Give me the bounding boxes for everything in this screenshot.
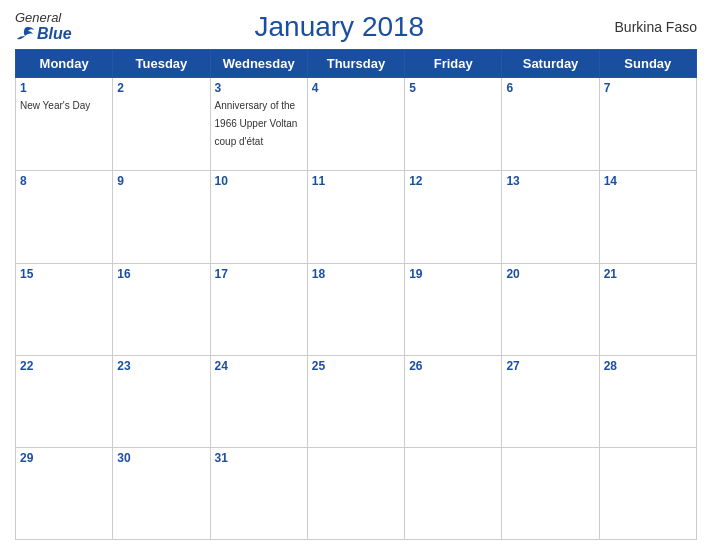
- table-row: 30: [113, 447, 210, 539]
- day-number: 26: [409, 359, 497, 373]
- event-text: New Year's Day: [20, 100, 90, 111]
- table-row: 7: [599, 78, 696, 171]
- day-number: 4: [312, 81, 400, 95]
- logo-bird-icon: [15, 26, 35, 42]
- header-friday: Friday: [405, 50, 502, 78]
- table-row: 22: [16, 355, 113, 447]
- day-number: 13: [506, 174, 594, 188]
- calendar-week-row: 22232425262728: [16, 355, 697, 447]
- header-monday: Monday: [16, 50, 113, 78]
- header-tuesday: Tuesday: [113, 50, 210, 78]
- country-label: Burkina Faso: [607, 19, 697, 35]
- header-thursday: Thursday: [307, 50, 404, 78]
- table-row: 24: [210, 355, 307, 447]
- table-row: 9: [113, 171, 210, 263]
- logo-general-text: General: [15, 10, 61, 25]
- day-number: 17: [215, 267, 303, 281]
- day-number: 11: [312, 174, 400, 188]
- table-row: 14: [599, 171, 696, 263]
- day-number: 16: [117, 267, 205, 281]
- day-number: 10: [215, 174, 303, 188]
- day-number: 23: [117, 359, 205, 373]
- table-row: 27: [502, 355, 599, 447]
- day-number: 18: [312, 267, 400, 281]
- table-row: 16: [113, 263, 210, 355]
- calendar-week-row: 293031: [16, 447, 697, 539]
- table-row: 3Anniversary of the 1966 Upper Voltan co…: [210, 78, 307, 171]
- table-row: 4: [307, 78, 404, 171]
- table-row: 31: [210, 447, 307, 539]
- day-number: 6: [506, 81, 594, 95]
- day-number: 2: [117, 81, 205, 95]
- day-number: 7: [604, 81, 692, 95]
- table-row: [307, 447, 404, 539]
- table-row: 29: [16, 447, 113, 539]
- day-number: 28: [604, 359, 692, 373]
- header-sunday: Sunday: [599, 50, 696, 78]
- table-row: 13: [502, 171, 599, 263]
- days-header-row: Monday Tuesday Wednesday Thursday Friday…: [16, 50, 697, 78]
- calendar-title: January 2018: [72, 11, 607, 43]
- calendar-week-row: 1New Year's Day23Anniversary of the 1966…: [16, 78, 697, 171]
- day-number: 14: [604, 174, 692, 188]
- table-row: 5: [405, 78, 502, 171]
- day-number: 31: [215, 451, 303, 465]
- header: General Blue January 2018 Burkina Faso: [15, 10, 697, 43]
- day-number: 12: [409, 174, 497, 188]
- header-wednesday: Wednesday: [210, 50, 307, 78]
- table-row: 1New Year's Day: [16, 78, 113, 171]
- day-number: 1: [20, 81, 108, 95]
- table-row: 18: [307, 263, 404, 355]
- table-row: 20: [502, 263, 599, 355]
- calendar-week-row: 891011121314: [16, 171, 697, 263]
- table-row: 8: [16, 171, 113, 263]
- day-number: 8: [20, 174, 108, 188]
- day-number: 29: [20, 451, 108, 465]
- table-row: 23: [113, 355, 210, 447]
- calendar-week-row: 15161718192021: [16, 263, 697, 355]
- day-number: 19: [409, 267, 497, 281]
- table-row: 12: [405, 171, 502, 263]
- table-row: [502, 447, 599, 539]
- table-row: [599, 447, 696, 539]
- day-number: 15: [20, 267, 108, 281]
- event-text: Anniversary of the 1966 Upper Voltan cou…: [215, 100, 298, 147]
- day-number: 30: [117, 451, 205, 465]
- calendar-page: General Blue January 2018 Burkina Faso M…: [0, 0, 712, 550]
- calendar-table: Monday Tuesday Wednesday Thursday Friday…: [15, 49, 697, 540]
- table-row: 11: [307, 171, 404, 263]
- day-number: 22: [20, 359, 108, 373]
- table-row: 21: [599, 263, 696, 355]
- day-number: 3: [215, 81, 303, 95]
- day-number: 9: [117, 174, 205, 188]
- header-saturday: Saturday: [502, 50, 599, 78]
- day-number: 20: [506, 267, 594, 281]
- table-row: 26: [405, 355, 502, 447]
- table-row: 19: [405, 263, 502, 355]
- day-number: 24: [215, 359, 303, 373]
- day-number: 21: [604, 267, 692, 281]
- logo: General Blue: [15, 10, 72, 43]
- table-row: 28: [599, 355, 696, 447]
- table-row: 15: [16, 263, 113, 355]
- day-number: 25: [312, 359, 400, 373]
- table-row: 17: [210, 263, 307, 355]
- table-row: 25: [307, 355, 404, 447]
- day-number: 27: [506, 359, 594, 373]
- table-row: 2: [113, 78, 210, 171]
- table-row: 6: [502, 78, 599, 171]
- table-row: 10: [210, 171, 307, 263]
- day-number: 5: [409, 81, 497, 95]
- logo-blue-text: Blue: [15, 25, 72, 43]
- table-row: [405, 447, 502, 539]
